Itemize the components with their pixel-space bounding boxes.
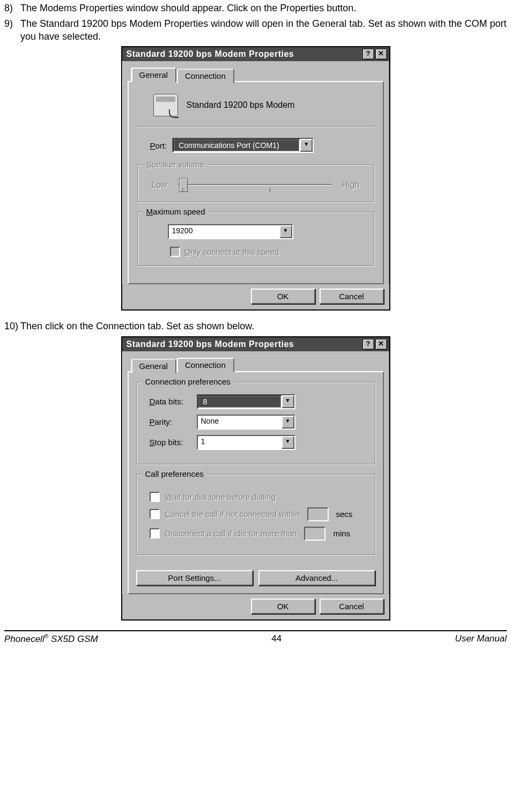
close-button[interactable]: ✕	[375, 339, 387, 350]
slider-thumb[interactable]	[179, 178, 188, 192]
data-bits-combo[interactable]: 8 ▼	[197, 394, 295, 409]
speed-groupbox: Maximum speed 19200 ▼ Only connect at th…	[137, 212, 374, 266]
tabs-row: General Connection	[131, 68, 384, 82]
data-bits-value: 8	[198, 396, 281, 408]
titlebar-buttons: ? ✕	[362, 49, 387, 60]
footer-model: SX5D GSM	[48, 633, 98, 644]
dialog-button-bar: OK Cancel	[122, 284, 389, 309]
slider-tick	[270, 188, 270, 192]
titlebar: Standard 19200 bps Modem Properties ? ✕	[122, 47, 389, 61]
ok-button[interactable]: OK	[251, 599, 315, 614]
page-footer: Phonecell® SX5D GSM 44 User Manual	[0, 631, 511, 650]
cancel-secs-input[interactable]	[307, 507, 329, 521]
footer-right: User Manual	[455, 633, 507, 645]
dialog-general: Standard 19200 bps Modem Properties ? ✕ …	[121, 46, 390, 311]
wait-dial-checkbox[interactable]	[150, 492, 160, 502]
disconnect-label: Disconnect a call if idle for more than	[165, 529, 297, 538]
parity-value: None	[198, 416, 282, 429]
parity-combo[interactable]: None ▼	[197, 415, 295, 430]
speed-combo[interactable]: 19200 ▼	[168, 224, 293, 239]
cancel-call-row: Cancel the call if not connected within …	[145, 507, 366, 521]
dialog-button-bar: OK Cancel	[122, 594, 389, 619]
conn-pref-groupbox: Connection preferences Data bits: 8 ▼ Pa…	[136, 382, 375, 464]
instruction-10: 10) Then click on the Connection tab. Se…	[4, 320, 507, 333]
titlebar: Standard 19200 bps Modem Properties ? ✕	[122, 337, 389, 351]
port-value: Communications Port (COM1)	[174, 139, 299, 151]
dialog-window: Standard 19200 bps Modem Properties ? ✕ …	[121, 46, 390, 311]
instr-number: 10)	[4, 320, 20, 333]
stop-bits-combo[interactable]: 1 ▼	[197, 435, 295, 450]
tabs-row: General Connection	[131, 358, 384, 372]
close-button[interactable]: ✕	[375, 49, 387, 60]
port-combo[interactable]: Communications Port (COM1) ▼	[172, 138, 314, 153]
stop-bits-value: 1	[198, 436, 282, 449]
page-content: 8) The Modems Properties window should a…	[0, 0, 511, 621]
only-connect-checkbox[interactable]	[170, 247, 180, 257]
only-connect-row: Only connect at this speed	[170, 247, 365, 257]
chevron-down-icon[interactable]: ▼	[282, 436, 294, 449]
tab-area: General Connection Connection preference…	[122, 351, 389, 594]
tab-general[interactable]: General	[131, 359, 176, 373]
disconnect-row: Disconnect a call if idle for more than …	[145, 527, 366, 541]
tab-general[interactable]: General	[131, 68, 176, 82]
only-connect-label: Only connect at this speed	[184, 247, 279, 256]
tab-body-connection: Connection preferences Data bits: 8 ▼ Pa…	[128, 371, 384, 594]
parity-row: Parity: None ▼	[145, 415, 366, 430]
chevron-down-icon[interactable]: ▼	[282, 395, 294, 408]
port-settings-button[interactable]: Port Settings...	[136, 570, 253, 586]
slider-row: Low High	[146, 177, 365, 193]
help-button[interactable]: ?	[362, 339, 374, 350]
chevron-down-icon[interactable]: ▼	[300, 139, 313, 152]
wait-dial-row: Wait for dial tone before dialing	[145, 492, 366, 502]
titlebar-buttons: ? ✕	[362, 339, 387, 350]
slider-high-label: High	[342, 180, 360, 190]
window-title: Standard 19200 bps Modem Properties	[127, 339, 362, 349]
volume-slider[interactable]	[178, 180, 331, 190]
idle-mins-input[interactable]	[304, 527, 325, 541]
cancel-button[interactable]: Cancel	[320, 289, 384, 304]
instr-number: 9)	[4, 18, 20, 43]
tab-body-general: Standard 19200 bps Modem Port: Communica…	[128, 81, 384, 284]
speed-legend: Maximum speed	[143, 207, 209, 216]
chevron-down-icon[interactable]: ▼	[282, 416, 294, 429]
window-title: Standard 19200 bps Modem Properties	[127, 49, 362, 59]
data-bits-label: Data bits:	[150, 397, 190, 406]
instr-text: The Modems Properties window should appe…	[20, 2, 507, 14]
slider-track-line	[178, 184, 331, 186]
port-label: Port:	[150, 141, 167, 150]
tab-connection[interactable]: Connection	[176, 358, 234, 372]
stop-bits-label: Stop bits:	[150, 438, 190, 447]
footer-product: Phonecell	[4, 633, 45, 644]
help-button[interactable]: ?	[362, 49, 374, 60]
footer-page-number: 44	[271, 633, 282, 645]
instruction-8: 8) The Modems Properties window should a…	[4, 2, 507, 14]
footer-left: Phonecell® SX5D GSM	[4, 633, 98, 645]
cancel-button[interactable]: Cancel	[320, 599, 384, 614]
slider-low-label: Low	[152, 180, 167, 190]
speaker-legend: Speaker volume	[143, 160, 208, 169]
cancel-call-checkbox[interactable]	[150, 509, 160, 519]
disconnect-checkbox[interactable]	[150, 528, 160, 538]
mins-label: mins	[333, 529, 350, 538]
ok-button[interactable]: OK	[251, 289, 315, 304]
wait-dial-label: Wait for dial tone before dialing	[165, 492, 276, 501]
port-row: Port: Communications Port (COM1) ▼	[137, 138, 374, 153]
cancel-call-label: Cancel the call if not connected within	[165, 510, 300, 519]
parity-label: Parity:	[150, 417, 190, 426]
data-bits-row: Data bits: 8 ▼	[145, 394, 366, 409]
modem-name: Standard 19200 bps Modem	[187, 100, 295, 110]
tab-area: General Connection Standard 19200 bps Mo…	[122, 61, 389, 284]
instr-number: 8)	[4, 2, 20, 14]
speed-value: 19200	[169, 225, 279, 238]
separator	[137, 126, 374, 127]
conn-pref-legend: Connection preferences	[142, 377, 234, 386]
modem-header: Standard 19200 bps Modem	[137, 92, 374, 126]
instruction-9: 9) The Standard 19200 bps Modem Properti…	[4, 18, 507, 43]
chevron-down-icon[interactable]: ▼	[279, 225, 292, 238]
stop-bits-row: Stop bits: 1 ▼	[145, 435, 366, 450]
bottom-button-row: Port Settings... Advanced...	[136, 570, 375, 586]
tab-connection[interactable]: Connection	[176, 69, 234, 83]
advanced-button[interactable]: Advanced...	[258, 570, 375, 586]
slider-tick	[182, 188, 183, 192]
instr-text: Then click on the Connection tab. Set as…	[20, 320, 507, 333]
